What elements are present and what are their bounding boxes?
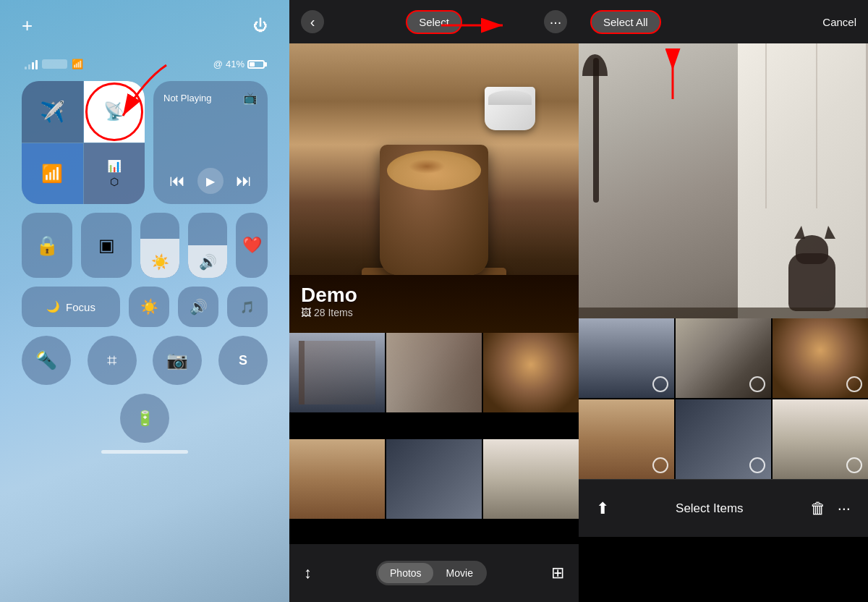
- control-center-top-bar: + ⏻: [22, 14, 268, 37]
- media-type-segmented-control: Photos Movie: [376, 561, 487, 585]
- select-items-label: Select Items: [676, 501, 744, 516]
- music-note-widget[interactable]: 🎵: [227, 287, 268, 327]
- select-grid-photo-2[interactable]: [676, 318, 771, 398]
- item-count-label: 28 Items: [314, 307, 353, 318]
- shazam-icon: S: [239, 353, 247, 368]
- photos-select-panel: Select All Cancel: [579, 0, 868, 602]
- select-hero-image[interactable]: [579, 43, 868, 318]
- sort-button[interactable]: ↕: [304, 564, 312, 582]
- signal-status: 📶: [25, 59, 83, 69]
- share-button[interactable]: ⬆: [596, 499, 609, 518]
- photos-bottom-bar: ↕ Photos Movie ⊞: [289, 544, 579, 602]
- back-chevron-icon: ‹: [310, 14, 315, 30]
- album-item-count: 🖼 28 Items: [301, 307, 357, 318]
- screen-mirror-button[interactable]: ▣: [81, 213, 132, 278]
- fast-forward-button[interactable]: ⏭: [236, 171, 252, 190]
- brightness-widget[interactable]: ☀️: [129, 287, 169, 327]
- wifi-status-icon: 📶: [72, 59, 83, 69]
- select-grid-photo-4[interactable]: [579, 399, 674, 479]
- grid-photo-4[interactable]: [289, 439, 385, 519]
- grid-photo-2[interactable]: [386, 333, 482, 412]
- battery-at-symbol: @: [213, 59, 223, 69]
- photos-tab[interactable]: Photos: [378, 563, 433, 583]
- now-playing-label: Not Playing: [163, 93, 211, 103]
- battery-percent-label: 41%: [226, 59, 244, 69]
- grid-photo-3[interactable]: [483, 333, 579, 412]
- volume-widget[interactable]: 🔊: [178, 287, 218, 327]
- camera-button[interactable]: 📷: [153, 336, 202, 385]
- wifi-button[interactable]: 📶: [22, 143, 83, 205]
- album-hero-image: Demo 🖼 28 Items: [289, 43, 579, 333]
- add-icon: +: [22, 14, 33, 37]
- battery-status: @ 41%: [213, 59, 265, 69]
- grid-photo-1[interactable]: [289, 333, 385, 412]
- calculator-icon: ⌗: [107, 350, 117, 370]
- focus-label: Focus: [66, 301, 95, 313]
- cellular-icon[interactable]: 📊: [107, 159, 122, 173]
- flashlight-icon: 🔦: [35, 350, 57, 370]
- battery-icon: [247, 60, 265, 69]
- flashlight-button[interactable]: 🔦: [22, 336, 71, 385]
- selection-circle-3: [846, 376, 862, 392]
- play-pause-button[interactable]: ▶: [197, 168, 224, 194]
- select-grid-photo-6[interactable]: [773, 399, 868, 479]
- home-indicator: [101, 450, 188, 454]
- bottom-action-buttons: 🗑 ···: [810, 499, 851, 518]
- more-icon: ···: [550, 14, 562, 30]
- control-center-panel: + ⏻ 📶 @ 41% ✈️: [0, 0, 289, 602]
- cellular-bluetooth-area: 📊 ⬡: [84, 143, 145, 205]
- airplay-icon: 📺: [243, 91, 258, 105]
- delete-button[interactable]: 🗑: [810, 499, 826, 518]
- photos-grid: [289, 333, 579, 544]
- volume-slider[interactable]: 🔊: [188, 213, 227, 278]
- favorites-button[interactable]: ❤️: [236, 213, 268, 278]
- selection-circle-2: [749, 376, 765, 392]
- airdrop-button[interactable]: 📡: [84, 81, 145, 143]
- select-grid-photo-3[interactable]: [773, 318, 868, 398]
- select-all-label: Select All: [603, 16, 648, 28]
- brightness-slider[interactable]: ☀️: [140, 213, 179, 278]
- shazam-button[interactable]: S: [218, 336, 268, 385]
- bluetooth-icon[interactable]: ⬡: [110, 176, 119, 187]
- rewind-button[interactable]: ⏮: [169, 171, 185, 190]
- back-button[interactable]: ‹: [301, 10, 324, 33]
- more-actions-button[interactable]: ···: [838, 499, 851, 518]
- cancel-selection-button[interactable]: Cancel: [822, 16, 856, 28]
- select-grid-photo-1[interactable]: [579, 318, 674, 398]
- cancel-label: Cancel: [822, 16, 856, 28]
- more-options-button[interactable]: ···: [544, 10, 567, 33]
- airplane-mode-button[interactable]: ✈️: [22, 81, 83, 143]
- movie-tab[interactable]: Movie: [435, 563, 485, 583]
- focus-button[interactable]: 🌙 Focus: [22, 287, 120, 327]
- moon-icon: 🌙: [46, 300, 60, 313]
- photos-album-panel: ‹ Select ···: [289, 0, 579, 602]
- album-title: Demo: [301, 284, 357, 307]
- screen-lock-button[interactable]: 🔒: [22, 213, 72, 278]
- camera-icon: 📷: [166, 350, 188, 370]
- battery-saver-button[interactable]: 🔋: [120, 394, 169, 443]
- signal-bars-icon: [25, 59, 38, 69]
- calculator-button[interactable]: ⌗: [88, 336, 137, 385]
- selection-circle-1: [652, 376, 668, 392]
- play-icon: ▶: [206, 174, 215, 188]
- select-mode-header: Select All Cancel: [579, 0, 868, 43]
- selection-circle-4: [652, 457, 668, 473]
- select-photos-grid: [579, 318, 868, 479]
- grid-photo-6[interactable]: [483, 439, 579, 519]
- image-count-icon: 🖼: [301, 307, 311, 318]
- select-grid-photo-5[interactable]: [676, 399, 771, 479]
- selection-circle-5: [749, 457, 765, 473]
- photos-album-header: ‹ Select ···: [289, 0, 579, 43]
- select-label: Select: [419, 16, 449, 28]
- battery-saver-icon: 🔋: [136, 410, 154, 427]
- select-button[interactable]: Select: [406, 10, 462, 34]
- grid-layout-button[interactable]: ⊞: [551, 564, 564, 582]
- carrier-name: [42, 59, 67, 69]
- grid-photo-5[interactable]: [386, 439, 482, 519]
- select-bottom-toolbar: ⬆ Select Items 🗑 ···: [579, 479, 868, 537]
- now-playing-widget: Not Playing 📺 ⏮ ▶ ⏭: [153, 81, 268, 204]
- connectivity-grid: ✈️ 📡 📶 📊 ⬡: [22, 81, 145, 204]
- selection-circle-6: [846, 457, 862, 473]
- album-info-overlay: Demo 🖼 28 Items: [301, 284, 357, 318]
- select-all-button[interactable]: Select All: [590, 10, 661, 34]
